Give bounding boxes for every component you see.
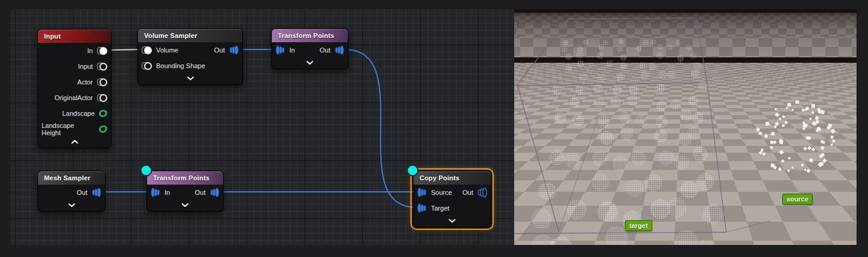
node-title: Volume Sampler bbox=[144, 32, 197, 39]
points-pin-icon[interactable] bbox=[229, 45, 239, 56]
input-pin[interactable]: In bbox=[275, 45, 295, 56]
pin-label: Out bbox=[462, 189, 473, 196]
output-pin[interactable]: Actor bbox=[77, 78, 107, 86]
pin-row: SourceOut bbox=[414, 185, 491, 200]
circle-pin-icon[interactable] bbox=[142, 46, 152, 54]
pin-row: Input bbox=[38, 59, 111, 74]
pin-row: Landscape bbox=[38, 106, 111, 121]
points-pin-icon[interactable] bbox=[417, 187, 427, 198]
pin-label: In bbox=[289, 46, 295, 54]
output-pin[interactable]: Out bbox=[195, 187, 219, 198]
node-header[interactable]: Copy Points bbox=[414, 171, 491, 185]
source-label: source bbox=[782, 194, 813, 205]
node-transform-points-1[interactable]: Transform PointsInOut bbox=[271, 28, 348, 69]
viewport-overlay bbox=[514, 9, 857, 245]
input-pin[interactable]: In bbox=[151, 187, 170, 198]
node-title: Copy Points bbox=[420, 174, 459, 182]
circle-pin-icon[interactable] bbox=[97, 94, 107, 102]
debug-marker-icon bbox=[140, 165, 152, 176]
node-transform-points-2[interactable]: Transform PointsInOut bbox=[146, 171, 224, 212]
pin-core bbox=[144, 62, 152, 70]
pin-label: In bbox=[165, 189, 170, 196]
pin-label: Out bbox=[77, 189, 87, 196]
output-pin[interactable]: OriginalActor bbox=[54, 94, 107, 102]
chevron-down-icon[interactable] bbox=[448, 218, 456, 223]
circle-pin-icon[interactable] bbox=[97, 46, 107, 55]
node-collapse-toggle[interactable] bbox=[38, 200, 105, 211]
pin-label: Actor bbox=[77, 78, 93, 86]
node-mesh-sampler[interactable]: Mesh SamplerOut bbox=[37, 171, 105, 212]
target-label: target bbox=[625, 220, 652, 231]
pin-row: OriginalActor bbox=[38, 90, 111, 106]
pin-row: InOut bbox=[147, 185, 223, 200]
node-collapse-toggle[interactable] bbox=[414, 216, 491, 227]
node-title: Transform Points bbox=[153, 174, 210, 182]
output-pin[interactable]: Input bbox=[78, 62, 107, 71]
output-pin[interactable]: Out bbox=[77, 187, 101, 198]
pin-row: Bounding Shape bbox=[138, 58, 242, 74]
input-pin[interactable]: Source bbox=[417, 187, 452, 198]
pin-row: VolumeOut bbox=[138, 42, 242, 58]
pin-row: Target bbox=[414, 200, 491, 216]
output-pin[interactable]: Landscape Height bbox=[42, 122, 107, 136]
node-input[interactable]: InputInInputActorOriginalActorLandscapeL… bbox=[37, 29, 112, 148]
pin-core bbox=[99, 78, 107, 86]
node-header[interactable]: Transform Points bbox=[272, 29, 348, 42]
pin-label: Input bbox=[78, 63, 93, 70]
pin-row: Actor bbox=[38, 74, 111, 90]
point-clusters bbox=[532, 39, 723, 245]
points-pin-icon[interactable] bbox=[92, 187, 101, 198]
node-title: Transform Points bbox=[278, 32, 335, 39]
wire-input-to-volume-sampler[interactable] bbox=[108, 49, 140, 50]
output-pin[interactable]: Out bbox=[319, 45, 344, 56]
points-pin-icon[interactable] bbox=[275, 45, 285, 56]
node-title: Mesh Sampler bbox=[44, 174, 90, 182]
node-header[interactable]: Volume Sampler bbox=[138, 29, 242, 42]
pin-row: Out bbox=[38, 185, 105, 200]
output-pin[interactable]: Out bbox=[462, 187, 487, 198]
chevron-down-icon[interactable] bbox=[181, 203, 189, 208]
output-pin[interactable]: Out bbox=[214, 45, 239, 56]
node-header[interactable]: Mesh Sampler bbox=[38, 171, 105, 185]
circle-pin-icon[interactable] bbox=[97, 62, 107, 71]
node-collapse-toggle[interactable] bbox=[38, 137, 111, 148]
input-pin[interactable]: Volume bbox=[142, 46, 178, 54]
node-graph-panel[interactable]: InputInInputActorOriginalActorLandscapeL… bbox=[10, 9, 514, 245]
node-title: Input bbox=[44, 33, 61, 40]
chevron-down-icon[interactable] bbox=[187, 76, 194, 81]
pin-label: Landscape Height bbox=[42, 122, 95, 136]
points-pin-icon[interactable] bbox=[210, 187, 219, 198]
points-pin-icon[interactable] bbox=[417, 203, 427, 214]
chevron-down-icon[interactable] bbox=[68, 203, 75, 208]
pin-label: Bounding Shape bbox=[156, 62, 205, 69]
node-header[interactable]: Transform Points bbox=[147, 171, 223, 185]
pin-row: In bbox=[38, 43, 111, 59]
chevron-down-icon[interactable] bbox=[306, 60, 313, 65]
node-collapse-toggle[interactable] bbox=[147, 200, 223, 211]
wire-transform-points-1-to-copy-points[interactable] bbox=[345, 49, 416, 208]
points-pin-icon[interactable] bbox=[151, 187, 160, 198]
pin-core bbox=[99, 47, 107, 55]
output-pin[interactable]: Landscape bbox=[62, 109, 107, 118]
circle-pin-icon[interactable] bbox=[142, 62, 152, 70]
viewport-panel[interactable]: target source bbox=[514, 9, 857, 245]
input-pin[interactable]: Target bbox=[417, 203, 450, 214]
pin-label: OriginalActor bbox=[54, 94, 93, 101]
circle-pin-icon[interactable] bbox=[97, 78, 107, 86]
input-pin[interactable]: Bounding Shape bbox=[142, 62, 205, 70]
output-pin[interactable]: In bbox=[87, 46, 107, 55]
node-collapse-toggle[interactable] bbox=[138, 74, 242, 84]
pin-label: Source bbox=[431, 189, 452, 196]
chevron-up-icon[interactable] bbox=[71, 139, 78, 144]
node-collapse-toggle[interactable] bbox=[272, 58, 348, 69]
pin-label: Target bbox=[431, 205, 450, 212]
points-pin-icon[interactable] bbox=[335, 45, 344, 56]
points-pin-hollow-icon[interactable] bbox=[477, 187, 487, 198]
node-header[interactable]: Input bbox=[38, 30, 111, 43]
landscape-pin-icon[interactable] bbox=[98, 124, 108, 134]
pin-label: Volume bbox=[156, 46, 178, 54]
node-volume-sampler[interactable]: Volume SamplerVolumeOutBounding Shape bbox=[137, 28, 243, 85]
pin-label: Out bbox=[319, 46, 330, 54]
landscape-pin-icon[interactable] bbox=[98, 109, 108, 118]
node-copy-points[interactable]: Copy PointsSourceOutTarget bbox=[413, 171, 491, 227]
